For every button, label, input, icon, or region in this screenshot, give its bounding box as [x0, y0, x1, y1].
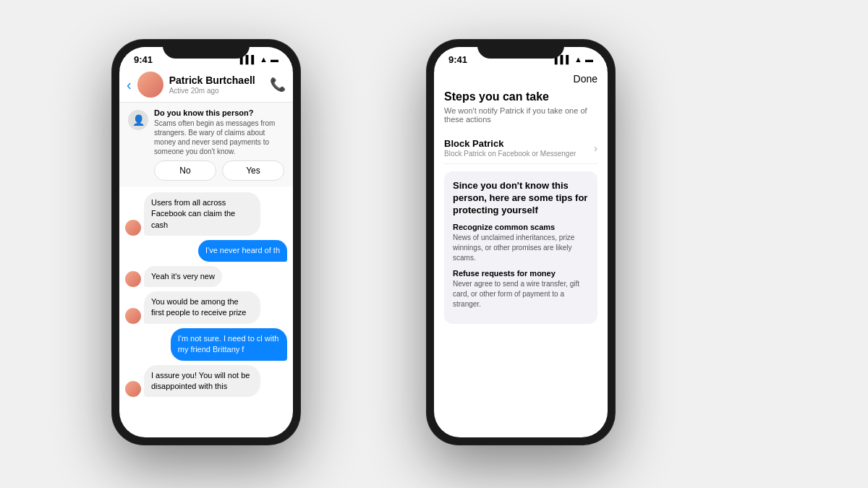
tip2-text: Never agree to send a wire transfer, gif…: [453, 279, 589, 309]
tips-screen: 9:41 ▌▌▌ ▲ ▬ Done Steps you can take We …: [434, 47, 608, 437]
phone-right: 9:41 ▌▌▌ ▲ ▬ Done Steps you can take We …: [427, 40, 615, 445]
tips-subtitle: We won't notify Patrick if you take one …: [444, 106, 597, 124]
tip1-text: News of unclaimed inheritances, prize wi…: [453, 233, 589, 263]
msg-bubble-4: You would be among the first people to r…: [144, 291, 260, 324]
phone-left: 9:41 ▌▌▌ ▲ ▬ ‹ Patrick Burtchaell: [112, 40, 300, 445]
battery-icon-left: ▬: [271, 55, 278, 64]
tip2-title: Refuse requests for money: [453, 269, 589, 278]
status-icons-right: ▌▌▌ ▲ ▬: [555, 55, 593, 64]
message-row-6: I assure you! You will not be disappoint…: [125, 365, 287, 398]
no-button[interactable]: No: [154, 160, 216, 181]
screen-right: 9:41 ▌▌▌ ▲ ▬ Done Steps you can take We …: [434, 47, 608, 437]
wifi-icon-right: ▲: [574, 55, 582, 64]
contact-status: Active 20m ago: [169, 87, 264, 95]
msg-avatar-4: [125, 308, 141, 324]
back-arrow-icon[interactable]: ‹: [127, 77, 132, 93]
block-sublabel: Block Patrick on Facebook or Messenger: [444, 150, 576, 158]
tips-content: Steps you can take We won't notify Patri…: [434, 87, 608, 327]
chevron-right-icon: ›: [594, 142, 597, 154]
tips-card-title: Since you don't know this person, here a…: [453, 180, 589, 217]
warning-title: Do you know this person?: [154, 108, 284, 117]
msg-bubble-2: I've never heard of th: [198, 240, 287, 261]
notch-right: [477, 40, 564, 59]
msg-avatar-1: [125, 220, 141, 236]
battery-icon-right: ▬: [585, 55, 593, 64]
wifi-icon-left: ▲: [260, 55, 268, 64]
notch-left: [163, 40, 250, 59]
contact-name: Patrick Burtchaell: [169, 74, 264, 87]
status-icons-left: ▌▌▌ ▲ ▬: [240, 55, 278, 64]
msg-avatar-6: [125, 381, 141, 397]
time-right: 9:41: [448, 54, 467, 65]
avatar: [137, 72, 163, 98]
warning-content: Do you know this person? Scams often beg…: [154, 108, 284, 181]
scene: 9:41 ▌▌▌ ▲ ▬ ‹ Patrick Burtchaell: [0, 0, 868, 488]
messenger-header: ‹ Patrick Burtchaell Active 20m ago 📞: [119, 69, 293, 103]
screen-left: 9:41 ▌▌▌ ▲ ▬ ‹ Patrick Burtchaell: [119, 47, 293, 437]
warning-buttons: No Yes: [154, 160, 284, 181]
time-left: 9:41: [134, 54, 153, 65]
message-row-4: You would be among the first people to r…: [125, 291, 287, 324]
contact-info: Patrick Burtchaell Active 20m ago: [169, 74, 264, 95]
yes-button[interactable]: Yes: [222, 160, 284, 181]
msg-bubble-3: Yeah it's very new: [144, 266, 222, 287]
tips-header: Done: [434, 69, 608, 87]
msg-bubble-6: I assure you! You will not be disappoint…: [144, 365, 260, 398]
block-info: Block Patrick Block Patrick on Facebook …: [444, 138, 576, 158]
warning-banner: 👤 Do you know this person? Scams often b…: [119, 103, 293, 187]
message-row-5: I'm not sure. I need to cl with my frien…: [125, 328, 287, 361]
done-button[interactable]: Done: [574, 73, 597, 85]
tip-item-2: Refuse requests for money Never agree to…: [453, 269, 589, 309]
msg-bubble-1: Users from all across Facebook can claim…: [144, 192, 260, 236]
avatar-image: [137, 72, 163, 98]
message-row-3: Yeah it's very new: [125, 266, 287, 287]
msg-avatar-3: [125, 271, 141, 287]
tips-card: Since you don't know this person, here a…: [444, 171, 597, 324]
message-row-1: Users from all across Facebook can claim…: [125, 192, 287, 236]
messenger-screen: 9:41 ▌▌▌ ▲ ▬ ‹ Patrick Burtchaell: [119, 47, 293, 437]
chat-area: Users from all across Facebook can claim…: [119, 187, 293, 437]
block-section[interactable]: Block Patrick Block Patrick on Facebook …: [444, 132, 597, 164]
warning-icon: 👤: [128, 110, 148, 130]
warning-text: Scams often begin as messages from stran…: [154, 119, 284, 156]
msg-bubble-5: I'm not sure. I need to cl with my frien…: [171, 328, 287, 361]
tip-item-1: Recognize common scams News of unclaimed…: [453, 223, 589, 263]
tips-title: Steps you can take: [444, 90, 597, 103]
block-label: Block Patrick: [444, 138, 576, 149]
call-icon[interactable]: 📞: [270, 77, 286, 93]
message-row-2: I've never heard of th: [125, 240, 287, 261]
tip1-title: Recognize common scams: [453, 223, 589, 231]
